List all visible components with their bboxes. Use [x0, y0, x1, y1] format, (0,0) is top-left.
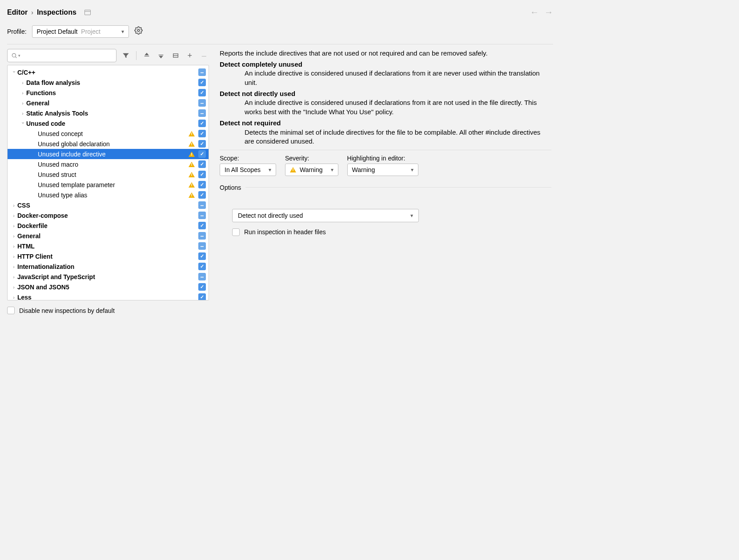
svg-point-0 [137, 29, 140, 32]
inspection-toggle[interactable] [198, 273, 206, 280]
inspection-toggle[interactable] [198, 293, 206, 300]
chevron-right-icon[interactable]: › [10, 244, 17, 249]
chevron-down-icon[interactable]: ⌄ [10, 68, 17, 74]
inspection-toggle[interactable] [198, 109, 206, 117]
collapse-all-icon[interactable] [156, 50, 166, 61]
tree-row[interactable]: ⌄Unused code [8, 118, 209, 128]
highlight-select[interactable]: Warning ▾ [347, 164, 418, 176]
window-icon[interactable] [84, 10, 91, 15]
chevron-right-icon[interactable]: › [10, 223, 17, 228]
add-icon[interactable]: + [185, 50, 195, 61]
forward-button[interactable]: → [544, 7, 553, 17]
tree-row[interactable]: Unused struct [8, 169, 209, 180]
chevron-down-icon: ▾ [410, 212, 413, 219]
tree-row[interactable]: ›JavaScript and TypeScript [8, 272, 209, 282]
inspection-toggle[interactable] [198, 150, 206, 158]
inspection-toggle[interactable] [198, 99, 206, 107]
warning-icon [189, 141, 195, 147]
disable-new-checkbox[interactable] [7, 307, 15, 314]
chevron-right-icon[interactable]: › [10, 284, 17, 290]
tree-row[interactable]: ›JSON and JSON5 [8, 282, 209, 292]
tree-row[interactable]: ›General [8, 98, 209, 108]
tree-row[interactable]: ›CSS [8, 200, 209, 210]
inspection-toggle[interactable] [198, 242, 206, 250]
expand-all-icon[interactable] [142, 50, 152, 61]
inspection-toggle[interactable] [198, 263, 206, 270]
inspection-toggle[interactable] [198, 212, 206, 219]
profile-select[interactable]: Project Default Project ▾ [32, 25, 129, 38]
tree-row[interactable]: ›Data flow analysis [8, 77, 209, 88]
tree-label: Data flow analysis [26, 79, 198, 86]
inspection-toggle[interactable] [198, 160, 206, 168]
chevron-right-icon[interactable]: › [10, 254, 17, 259]
inspection-toggle[interactable] [198, 283, 206, 291]
inspection-toggle[interactable] [198, 201, 206, 209]
inspection-toggle[interactable] [198, 191, 206, 199]
tree-row[interactable]: ›HTTP Client [8, 251, 209, 261]
chevron-right-icon[interactable]: › [10, 213, 17, 218]
chevron-right-icon[interactable]: › [10, 203, 17, 208]
chevron-right-icon[interactable]: › [10, 295, 17, 300]
inspections-tree[interactable]: ⌄C/C++›Data flow analysis›Functions›Gene… [7, 65, 209, 300]
chevron-right-icon[interactable]: › [10, 274, 17, 280]
chevron-right-icon[interactable]: › [19, 90, 26, 96]
inspection-toggle[interactable] [198, 222, 206, 229]
chevron-right-icon[interactable]: › [19, 100, 26, 106]
inspection-toggle[interactable] [198, 89, 206, 96]
tree-label: JSON and JSON5 [17, 284, 198, 291]
tree-row[interactable]: ›Internationalization [8, 261, 209, 272]
detection-mode-select[interactable]: Detect not directly used ▾ [232, 209, 419, 222]
chevron-down-icon: ▾ [331, 167, 333, 173]
scope-label: Scope: [220, 155, 276, 162]
inspection-toggle[interactable] [198, 130, 206, 137]
tree-row[interactable]: Unused type alias [8, 190, 209, 200]
gear-icon[interactable] [134, 26, 143, 37]
tree-label: Unused type alias [38, 192, 189, 199]
inspection-toggle[interactable] [198, 181, 206, 188]
tree-row[interactable]: ›Docker-compose [8, 210, 209, 220]
breadcrumb-parent[interactable]: Editor [7, 8, 28, 16]
warning-icon [290, 167, 296, 172]
chevron-down-icon[interactable]: ⌄ [19, 119, 26, 125]
tree-row[interactable]: ›Dockerfile [8, 220, 209, 231]
tree-row[interactable]: ›HTML [8, 241, 209, 251]
chevron-right-icon[interactable]: › [10, 233, 17, 239]
options-header: Options [220, 184, 241, 191]
inspection-toggle[interactable] [198, 79, 206, 86]
run-in-headers-label: Run inspection in header files [244, 228, 326, 236]
inspection-toggle[interactable] [198, 171, 206, 178]
tree-row[interactable]: ›Less [8, 292, 209, 300]
tree-row[interactable]: Unused include directive [8, 149, 209, 159]
tree-row[interactable]: Unused macro [8, 159, 209, 169]
severity-select[interactable]: Warning ▾ [285, 164, 338, 176]
remove-icon[interactable]: – [199, 50, 209, 61]
tree-label: Dockerfile [17, 222, 198, 229]
tree-row[interactable]: Unused template parameter [8, 180, 209, 190]
inspection-toggle[interactable] [198, 68, 206, 76]
chevron-right-icon[interactable]: › [19, 80, 26, 85]
reset-icon[interactable] [170, 50, 180, 61]
profile-tag: Project [81, 28, 100, 35]
tree-row[interactable]: ⌄C/C++ [8, 67, 209, 77]
filter-icon[interactable] [121, 50, 131, 61]
scope-select[interactable]: In All Scopes ▾ [220, 164, 276, 176]
tree-row[interactable]: Unused global declaration [8, 139, 209, 149]
inspection-toggle[interactable] [198, 120, 206, 127]
tree-row[interactable]: ›General [8, 231, 209, 241]
tree-row[interactable]: ›Functions [8, 88, 209, 98]
chevron-right-icon[interactable]: › [10, 264, 17, 269]
inspection-toggle[interactable] [198, 232, 206, 240]
inspection-toggle[interactable] [198, 252, 206, 260]
run-in-headers-checkbox[interactable] [232, 228, 240, 236]
profile-label: Profile: [7, 28, 27, 35]
inspection-toggle[interactable] [198, 140, 206, 148]
tree-row[interactable]: ›Static Analysis Tools [8, 108, 209, 118]
warning-icon [189, 152, 195, 157]
tree-label: Docker-compose [17, 212, 198, 219]
tree-row[interactable]: Unused concept [8, 128, 209, 139]
back-button[interactable]: ← [530, 7, 539, 17]
warning-icon [189, 172, 195, 177]
breadcrumb-current: Inspections [37, 8, 76, 16]
search-input[interactable]: ▾ [7, 49, 116, 62]
chevron-right-icon[interactable]: › [19, 111, 26, 116]
